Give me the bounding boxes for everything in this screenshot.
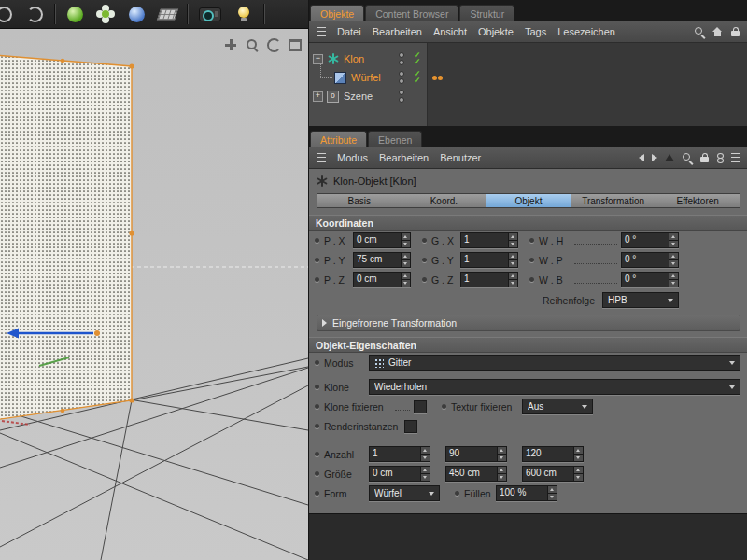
- tag-dots-icon[interactable]: [432, 76, 444, 80]
- menu-modus[interactable]: Modus: [337, 152, 368, 163]
- lock-icon[interactable]: [731, 27, 740, 37]
- mode-tab-objekt[interactable]: Objekt: [486, 193, 571, 208]
- mode-tab-transformation[interactable]: Transformation: [571, 193, 656, 208]
- rotate-tool-icon[interactable]: [23, 3, 46, 25]
- search-icon[interactable]: [694, 26, 705, 37]
- gz-input[interactable]: 1: [460, 272, 518, 287]
- object-row-wuerfel[interactable]: Würfel: [309, 68, 747, 87]
- light-icon[interactable]: [233, 3, 255, 25]
- camera-icon[interactable]: [196, 3, 224, 25]
- groesse-x-input[interactable]: 0 cm: [369, 466, 430, 482]
- pz-input[interactable]: 0 cm: [353, 272, 411, 287]
- expand-toggle-icon[interactable]: [313, 54, 323, 64]
- metaball-icon[interactable]: [125, 3, 148, 25]
- px-input[interactable]: 0 cm: [353, 232, 411, 248]
- spinner-icon[interactable]: [420, 467, 430, 481]
- enabled-check-icon[interactable]: [414, 71, 421, 85]
- object-row-szene[interactable]: Szene: [309, 87, 747, 105]
- klone-fixieren-checkbox[interactable]: [414, 400, 427, 413]
- lock-icon[interactable]: [700, 153, 710, 163]
- enabled-check-icon[interactable]: [414, 52, 421, 66]
- groesse-y-input[interactable]: 450 cm: [445, 466, 507, 482]
- mode-tab-effektoren[interactable]: Effektoren: [655, 193, 740, 208]
- mode-tab-koord[interactable]: Koord.: [402, 193, 487, 208]
- menu-ansicht[interactable]: Ansicht: [433, 26, 467, 37]
- modus-dropdown[interactable]: Gitter: [369, 355, 740, 371]
- panel-menu-icon[interactable]: [317, 27, 326, 36]
- wb-input[interactable]: 0 °: [621, 272, 679, 287]
- spinner-icon[interactable]: [573, 467, 583, 481]
- viewport-canvas[interactable]: [0, 29, 308, 560]
- spinner-icon[interactable]: [497, 467, 506, 481]
- spinner-icon[interactable]: [401, 233, 410, 247]
- py-input[interactable]: 75 cm: [353, 252, 411, 268]
- anzahl-z-input[interactable]: 120: [522, 446, 584, 462]
- mode-tab-basis[interactable]: Basis: [317, 193, 402, 208]
- gy-input[interactable]: 1: [460, 252, 518, 268]
- menu-bearbeiten[interactable]: Bearbeiten: [379, 152, 429, 163]
- anzahl-y-input[interactable]: 90: [445, 446, 507, 462]
- frozen-transformation-fold[interactable]: Eingefrorene Transformation: [317, 315, 740, 331]
- textur-fixieren-dropdown[interactable]: Aus: [522, 399, 593, 414]
- search-icon[interactable]: [682, 152, 693, 163]
- list-menu-icon[interactable]: [731, 153, 740, 162]
- wh-input[interactable]: 0 °: [621, 232, 679, 248]
- pointer-mode-icon[interactable]: [665, 154, 674, 161]
- groesse-z-input[interactable]: 600 cm: [522, 466, 584, 482]
- history-back-icon[interactable]: [639, 154, 644, 161]
- spinner-icon[interactable]: [401, 273, 410, 287]
- spinner-icon[interactable]: [573, 447, 583, 461]
- panel-menu-icon[interactable]: [317, 153, 326, 162]
- spinner-icon[interactable]: [401, 253, 410, 267]
- spinner-icon[interactable]: [669, 253, 678, 267]
- form-dropdown[interactable]: Würfel: [369, 485, 440, 501]
- spinner-icon[interactable]: [508, 233, 517, 247]
- visibility-dots-icon[interactable]: [399, 71, 404, 84]
- gx-input[interactable]: 1: [460, 232, 518, 248]
- floor-plane-icon[interactable]: [156, 3, 178, 25]
- visibility-dots-icon[interactable]: [399, 52, 404, 65]
- pan-view-icon[interactable]: [223, 37, 238, 52]
- snapshot-icon[interactable]: [717, 153, 724, 163]
- spinner-icon[interactable]: [497, 447, 506, 461]
- sphere-primitive-icon[interactable]: [63, 3, 86, 25]
- zoom-view-icon[interactable]: [245, 37, 260, 52]
- mograph-flower-icon[interactable]: [94, 3, 117, 25]
- menu-bearbeiten[interactable]: Bearbeiten: [373, 26, 422, 37]
- partial-tool-icon[interactable]: [0, 3, 15, 25]
- wp-input[interactable]: 0 °: [621, 252, 679, 268]
- tab-ebenen[interactable]: Ebenen: [368, 131, 422, 147]
- tab-objekte[interactable]: Objekte: [310, 5, 364, 21]
- object-label[interactable]: Szene: [344, 91, 373, 102]
- menu-lesezeichen[interactable]: Lesezeichen: [557, 26, 615, 37]
- expand-toggle-icon[interactable]: [313, 91, 323, 102]
- anzahl-x-input[interactable]: 1: [369, 446, 430, 462]
- spinner-icon[interactable]: [508, 253, 517, 267]
- object-row-klon[interactable]: Klon: [309, 49, 747, 68]
- pz-value: 0 cm: [354, 273, 401, 287]
- visibility-dots-icon[interactable]: [399, 90, 404, 103]
- spinner-icon[interactable]: [420, 447, 430, 461]
- klone-dropdown[interactable]: Wiederholen: [369, 379, 740, 395]
- spinner-icon[interactable]: [669, 233, 678, 247]
- fuellen-input[interactable]: 100 %: [496, 485, 557, 501]
- tab-struktur[interactable]: Struktur: [459, 5, 514, 21]
- order-dropdown[interactable]: HPB: [602, 292, 679, 308]
- spinner-icon[interactable]: [508, 273, 517, 287]
- renderinstanzen-checkbox[interactable]: [404, 420, 417, 433]
- spinner-icon[interactable]: [547, 486, 557, 500]
- menu-objekte[interactable]: Objekte: [478, 26, 514, 37]
- menu-tags[interactable]: Tags: [525, 26, 546, 37]
- object-label[interactable]: Würfel: [351, 72, 381, 83]
- menu-benutzer[interactable]: Benutzer: [440, 152, 481, 163]
- rotate-view-icon[interactable]: [266, 37, 281, 52]
- toggle-view-icon[interactable]: [288, 37, 303, 52]
- fuellen-label: Füllen: [464, 488, 496, 499]
- spinner-icon[interactable]: [669, 273, 678, 287]
- menu-datei[interactable]: Datei: [337, 26, 361, 37]
- tab-attribute[interactable]: Attribute: [310, 131, 367, 147]
- history-forward-icon[interactable]: [652, 154, 657, 161]
- home-icon[interactable]: [712, 27, 724, 37]
- object-label[interactable]: Klon: [344, 53, 364, 64]
- tab-content-browser[interactable]: Content Browser: [365, 5, 458, 21]
